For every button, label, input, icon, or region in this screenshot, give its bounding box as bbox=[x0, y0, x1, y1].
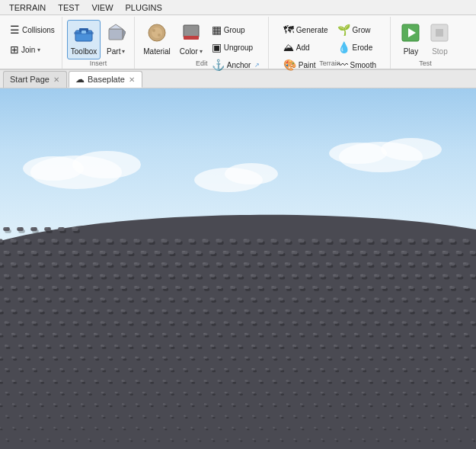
erode-icon: 💧 bbox=[337, 41, 350, 53]
group-icon: ▦ bbox=[212, 24, 222, 36]
color-dropdown-icon: ▾ bbox=[200, 48, 203, 56]
material-button[interactable]: Material bbox=[139, 20, 174, 59]
test-group-label: Test bbox=[419, 59, 432, 67]
play-button[interactable]: Play bbox=[397, 20, 424, 59]
svg-rect-3 bbox=[81, 30, 86, 34]
toolbox-icon bbox=[73, 23, 94, 46]
ribbon-group-insert: Toolbox Part ▾ Insert bbox=[62, 17, 135, 69]
group-button[interactable]: ▦ Group bbox=[208, 21, 264, 38]
menu-plugins[interactable]: PLUGINS bbox=[120, 2, 168, 14]
tab-start-page-label: Start Page bbox=[10, 75, 50, 84]
menu-terrain[interactable]: TERRAIN bbox=[3, 2, 52, 14]
stop-icon bbox=[430, 23, 449, 46]
svg-point-9 bbox=[152, 29, 155, 32]
svg-rect-4 bbox=[109, 29, 123, 40]
generate-button[interactable]: 🗺 Generate bbox=[280, 21, 332, 38]
anchor-icon: ⚓ bbox=[212, 59, 225, 71]
color-icon bbox=[181, 23, 201, 46]
menu-bar: TERRAIN TEST VIEW PLUGINS bbox=[0, 0, 476, 15]
terrain-canvas bbox=[0, 88, 476, 449]
terrain-col-2: 🌱 Grow 💧 Erode 〰 Smooth bbox=[334, 20, 380, 84]
ungroup-icon: ▣ bbox=[212, 41, 222, 53]
ribbon: ☰ Collisions ⊞ Join ▾ bbox=[0, 15, 476, 70]
edit-expand-icon[interactable]: ↗ bbox=[254, 62, 260, 69]
menu-test[interactable]: TEST bbox=[52, 2, 85, 14]
part-icon bbox=[106, 23, 126, 46]
tab-start-page-close[interactable]: ✕ bbox=[53, 75, 60, 84]
svg-point-10 bbox=[158, 34, 161, 37]
svg-marker-5 bbox=[109, 24, 123, 29]
insert-group-label: Insert bbox=[90, 59, 107, 67]
tab-baseplate-label: Baseplate bbox=[88, 75, 125, 84]
edit-group-label: Edit bbox=[196, 59, 208, 67]
tab-baseplate[interactable]: ☁ Baseplate ✕ bbox=[69, 71, 142, 88]
collisions-icon: ☰ bbox=[10, 24, 20, 36]
paint-icon: 🎨 bbox=[283, 59, 296, 71]
join-button[interactable]: ⊞ Join ▾ bbox=[6, 41, 44, 58]
collisions-button[interactable]: ☰ Collisions bbox=[6, 21, 59, 38]
ribbon-group-test: Play Stop Test bbox=[391, 17, 459, 69]
svg-rect-12 bbox=[184, 36, 199, 40]
join-icon: ⊞ bbox=[10, 43, 19, 56]
color-button[interactable]: Color ▾ bbox=[176, 20, 206, 59]
ungroup-button[interactable]: ▣ Ungroup bbox=[208, 39, 264, 56]
part-button[interactable]: Part ▾ bbox=[102, 20, 129, 59]
grow-icon: 🌱 bbox=[337, 24, 350, 36]
material-icon bbox=[147, 23, 167, 46]
grow-button[interactable]: 🌱 Grow bbox=[334, 21, 380, 38]
terrain-col-1: 🗺 Generate ⛰ Add 🎨 Paint bbox=[280, 20, 332, 84]
anchor-button[interactable]: ⚓ Anchor ↗ bbox=[208, 56, 264, 73]
stop-button[interactable]: Stop bbox=[426, 20, 453, 59]
toolbox-button[interactable]: Toolbox bbox=[67, 20, 101, 59]
part-dropdown-icon: ▾ bbox=[122, 48, 125, 56]
menu-view[interactable]: VIEW bbox=[85, 2, 119, 14]
join-dropdown-icon: ▾ bbox=[37, 47, 40, 53]
viewport[interactable] bbox=[0, 88, 476, 449]
ribbon-group-model: ☰ Collisions ⊞ Join ▾ bbox=[3, 17, 62, 69]
edit-small-group: ▦ Group ▣ Ungroup ⚓ Anchor ↗ bbox=[208, 20, 264, 84]
add-terrain-icon: ⛰ bbox=[283, 41, 294, 53]
tab-baseplate-icon: ☁ bbox=[75, 74, 85, 85]
add-button[interactable]: ⛰ Add bbox=[280, 39, 332, 56]
ribbon-group-terrain: 🗺 Generate ⛰ Add 🎨 Paint 🌱 Grow bbox=[269, 17, 391, 69]
svg-marker-6 bbox=[123, 29, 126, 40]
erode-button[interactable]: 💧 Erode bbox=[334, 39, 380, 56]
tab-start-page[interactable]: Start Page ✕ bbox=[3, 71, 67, 88]
svg-rect-16 bbox=[436, 29, 443, 37]
tab-baseplate-close[interactable]: ✕ bbox=[128, 75, 136, 84]
svg-rect-11 bbox=[184, 25, 199, 37]
play-icon bbox=[401, 23, 420, 46]
terrain-group-label: Terrain bbox=[319, 59, 340, 67]
generate-icon: 🗺 bbox=[283, 24, 294, 36]
ribbon-group-edit: Material Color ▾ ▦ Group bbox=[135, 17, 269, 69]
svg-point-8 bbox=[152, 27, 162, 38]
smooth-button[interactable]: 〰 Smooth bbox=[334, 56, 380, 73]
